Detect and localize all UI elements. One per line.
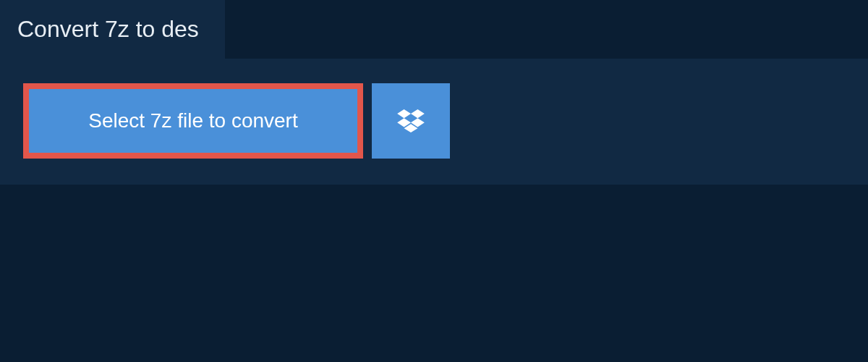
dropbox-button[interactable] — [372, 83, 450, 159]
button-row: Select 7z file to convert — [23, 83, 845, 159]
select-file-button[interactable]: Select 7z file to convert — [23, 83, 363, 159]
page-title-tab: Convert 7z to des — [0, 0, 225, 59]
select-file-label: Select 7z file to convert — [88, 109, 297, 132]
dropbox-icon — [397, 109, 425, 132]
page-title: Convert 7z to des — [17, 16, 199, 42]
conversion-panel: Select 7z file to convert — [0, 59, 868, 185]
